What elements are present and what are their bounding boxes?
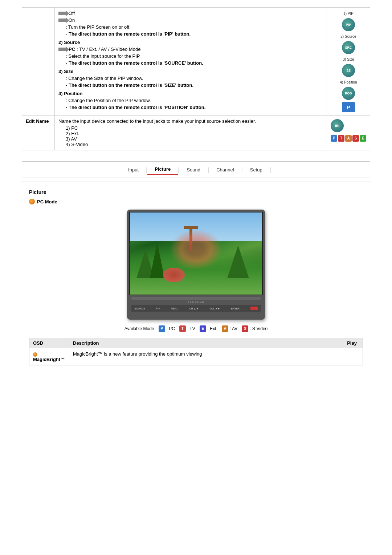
nav-sep-5: | xyxy=(270,167,271,173)
pip-icon-label: 1) PIP xyxy=(343,11,354,16)
edit-name-content: Name the input device connected to the i… xyxy=(55,116,327,150)
position-desc: : Change the Position of the PIP window. xyxy=(66,98,323,103)
badge-t: T xyxy=(338,135,344,142)
osd-table: OSD Description Play MagicBright™ MagicB… xyxy=(29,338,363,365)
pip-ctrl-label: PIP xyxy=(156,307,160,310)
tree3-icon xyxy=(227,246,249,278)
badge-e: E xyxy=(360,135,366,142)
enter-ctrl-label: ENTER xyxy=(231,307,240,310)
source-note: - The direct button on the remote contro… xyxy=(66,60,323,66)
tv-controls-bar: SOURCE PIP MENU CH ▲▼ VOL ◄► ENTER xyxy=(131,305,261,312)
source-ctrl-label: SOURCE xyxy=(134,307,145,310)
pip-note: - The direct button on the remote contro… xyxy=(66,31,323,37)
off-label: Off xyxy=(69,11,75,16)
nav-sound[interactable]: Sound xyxy=(179,166,208,174)
position-icon-label: 4) Position xyxy=(340,79,357,85)
mode-ext: E : Ext. xyxy=(200,325,217,332)
vol-ctrl-label: VOL ◄► xyxy=(209,307,220,310)
position-remote-button[interactable]: POS xyxy=(342,87,355,100)
pip-icon-row: 1) PIP PIP 2) Source SRC 3) Size SZ 4) P… xyxy=(331,11,366,112)
pc-modes: : TV / Ext. / AV / S-Video Mode xyxy=(77,46,140,52)
edit-av: 3) AV xyxy=(66,136,323,142)
magicbright-dot-icon xyxy=(33,352,37,357)
mode-svideo: S : S-Video xyxy=(242,325,268,332)
mode-tv: T : TV xyxy=(179,325,195,332)
pc-label: PC xyxy=(69,46,75,52)
pc-arrow-icon xyxy=(58,48,66,51)
edit-name-icons: EN P T A S E xyxy=(327,116,370,150)
magicbright-label: MagicBright™ xyxy=(33,357,65,362)
on-label: On xyxy=(69,17,75,23)
orange-dot-icon xyxy=(29,199,35,204)
source-heading: 2) Source xyxy=(58,40,323,45)
nav-picture[interactable]: Picture xyxy=(147,165,178,175)
pip-icons-cell: 1) PIP PIP 2) Source SRC 3) Size SZ 4) P… xyxy=(327,8,370,116)
mode-a-badge: A xyxy=(222,325,228,332)
nav-setup[interactable]: Setup xyxy=(243,166,270,174)
mode-svideo-text: : S-Video xyxy=(250,326,268,331)
tv-stand-bar xyxy=(131,297,261,300)
description-col-header: Description xyxy=(69,338,341,348)
pc-option: PC : TV / Ext. / AV / S-Video Mode xyxy=(58,46,323,52)
available-mode-label: Available Mode xyxy=(124,326,154,331)
mode-s-badge: S xyxy=(242,325,248,332)
mode-ext-text: : Ext. xyxy=(208,326,217,331)
badge-p: P xyxy=(331,135,337,142)
available-mode-row: Available Mode P : PC T : TV E : Ext. A … xyxy=(29,325,363,332)
mode-e-badge: E xyxy=(200,325,206,332)
picture-heading: Picture xyxy=(29,189,363,195)
picture-section: Picture PC Mode SAMSUNG xyxy=(22,189,370,365)
mode-av-text: : AV xyxy=(230,326,237,331)
pip-remote-button[interactable]: PIP xyxy=(342,18,355,31)
mode-p-badge: P xyxy=(159,325,165,332)
play-col-header: Play xyxy=(341,338,363,348)
size-remote-button[interactable]: SZ xyxy=(342,64,355,77)
edit-name-remote-btn[interactable]: EN xyxy=(331,119,344,132)
power-btn-icon[interactable] xyxy=(250,307,258,310)
badge-a: A xyxy=(345,135,352,142)
osd-name-magicbright: MagicBright™ xyxy=(29,348,69,365)
position-note: - The direct button on the remote contro… xyxy=(66,105,323,110)
magicbright-play xyxy=(341,348,363,365)
tv-model-text: SAMSUNG xyxy=(187,301,204,304)
size-note: - The direct button on the remote contro… xyxy=(66,82,323,88)
source-desc: : Select the input source for the PIP. xyxy=(66,53,323,59)
pip-content-cell: Off On : Turn the PIP Screen on or off. … xyxy=(55,8,327,116)
magicbright-description: MagicBright™ is a new feature providing … xyxy=(69,348,341,365)
edit-svideo: 4) S-Video xyxy=(66,142,323,147)
tree2-icon xyxy=(150,242,164,278)
tv-screen xyxy=(129,212,263,295)
tv-display-container: SAMSUNG SOURCE PIP MENU CH ▲▼ VOL ◄► ENT… xyxy=(29,210,363,320)
nav-channel[interactable]: Channel xyxy=(209,166,241,174)
off-option: Off xyxy=(58,11,323,16)
tv-base xyxy=(174,314,218,317)
position-p-badge: P xyxy=(342,102,355,112)
size-desc: : Change the Size of the PIP window. xyxy=(66,76,323,81)
mode-pc: P : PC xyxy=(159,325,175,332)
navigation-bar: Input | Picture | Sound | Channel | Setu… xyxy=(22,161,370,178)
on-arrow-icon xyxy=(58,19,66,22)
source-remote-button[interactable]: SRC xyxy=(342,41,355,54)
mode-tv-text: : TV xyxy=(187,326,195,331)
nav-input[interactable]: Input xyxy=(121,166,146,174)
turn-pip-text: : Turn the PIP Screen on or off. xyxy=(66,24,323,30)
ptase-badges: P T A S E xyxy=(331,135,366,142)
pc-mode-label-text: PC Mode xyxy=(37,199,57,204)
mode-t-badge: T xyxy=(179,325,186,332)
pc-mode-row: PC Mode xyxy=(29,199,363,204)
pip-settings-table: Off On : Turn the PIP Screen on or off. … xyxy=(22,7,370,150)
flower-icon xyxy=(163,268,185,282)
edit-ext: 2) Ext. xyxy=(66,131,323,136)
tv-frame: SAMSUNG SOURCE PIP MENU CH ▲▼ VOL ◄► ENT… xyxy=(127,210,265,320)
pagoda-icon xyxy=(189,229,192,251)
edit-name-label: Edit Name xyxy=(22,116,55,150)
on-option: On xyxy=(58,17,323,23)
source-icon-label: 2) Source xyxy=(340,33,356,39)
size-icon-label: 3) Size xyxy=(343,56,354,62)
edit-name-desc: Name the input device connected to the i… xyxy=(58,118,323,124)
off-arrow-icon xyxy=(58,12,66,15)
osd-row-magicbright: MagicBright™ MagicBright™ is a new featu… xyxy=(29,348,363,365)
menu-ctrl-label: MENU xyxy=(171,307,179,310)
section-divider xyxy=(22,182,370,182)
mode-pc-text: : PC xyxy=(167,326,175,331)
